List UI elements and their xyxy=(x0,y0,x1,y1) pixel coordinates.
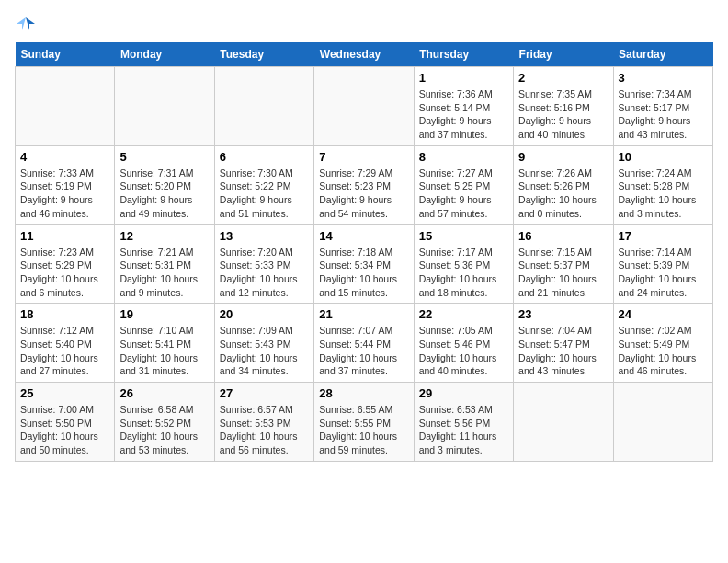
calendar-cell: 13Sunrise: 7:20 AMSunset: 5:33 PMDayligh… xyxy=(214,224,313,304)
day-info: Sunrise: 7:30 AMSunset: 5:22 PMDaylight:… xyxy=(220,167,309,221)
day-number: 6 xyxy=(220,150,309,164)
day-info: Sunrise: 7:31 AMSunset: 5:20 PMDaylight:… xyxy=(119,167,209,221)
calendar-cell: 3Sunrise: 7:34 AMSunset: 5:17 PMDaylight… xyxy=(613,67,712,146)
day-info: Sunrise: 7:14 AMSunset: 5:39 PMDaylight:… xyxy=(619,246,708,300)
day-info: Sunrise: 7:00 AMSunset: 5:50 PMDaylight:… xyxy=(20,403,109,457)
calendar-cell: 9Sunrise: 7:26 AMSunset: 5:26 PMDaylight… xyxy=(514,145,613,224)
svg-marker-0 xyxy=(26,17,35,30)
calendar-week-row: 11Sunrise: 7:23 AMSunset: 5:29 PMDayligh… xyxy=(16,224,713,304)
calendar-cell: 5Sunrise: 7:31 AMSunset: 5:20 PMDaylight… xyxy=(115,145,214,224)
day-info: Sunrise: 7:23 AMSunset: 5:29 PMDaylight:… xyxy=(20,246,109,300)
day-info: Sunrise: 6:58 AMSunset: 5:52 PMDaylight:… xyxy=(119,403,209,457)
calendar-week-row: 1Sunrise: 7:36 AMSunset: 5:14 PMDaylight… xyxy=(16,67,713,146)
day-info: Sunrise: 7:20 AMSunset: 5:33 PMDaylight:… xyxy=(220,246,309,300)
calendar-cell xyxy=(115,67,214,146)
calendar-cell: 28Sunrise: 6:55 AMSunset: 5:55 PMDayligh… xyxy=(314,383,414,462)
day-info: Sunrise: 7:33 AMSunset: 5:19 PMDaylight:… xyxy=(20,167,109,221)
calendar-cell: 15Sunrise: 7:17 AMSunset: 5:36 PMDayligh… xyxy=(414,224,513,304)
day-number: 13 xyxy=(220,229,309,243)
calendar-cell: 25Sunrise: 7:00 AMSunset: 5:50 PMDayligh… xyxy=(16,383,115,462)
calendar-cell: 23Sunrise: 7:04 AMSunset: 5:47 PMDayligh… xyxy=(514,304,613,383)
day-number: 22 xyxy=(419,307,508,321)
day-number: 12 xyxy=(119,229,209,243)
calendar-cell xyxy=(514,383,613,462)
day-number: 2 xyxy=(518,71,608,85)
day-number: 3 xyxy=(619,71,708,85)
day-number: 1 xyxy=(419,71,508,85)
day-info: Sunrise: 7:35 AMSunset: 5:16 PMDaylight:… xyxy=(518,87,608,142)
day-number: 16 xyxy=(518,229,608,243)
calendar-cell: 19Sunrise: 7:10 AMSunset: 5:41 PMDayligh… xyxy=(115,304,214,383)
day-number: 21 xyxy=(319,307,408,321)
calendar-week-row: 18Sunrise: 7:12 AMSunset: 5:40 PMDayligh… xyxy=(16,304,713,383)
day-number: 27 xyxy=(220,386,309,400)
day-info: Sunrise: 7:21 AMSunset: 5:31 PMDaylight:… xyxy=(119,246,209,300)
day-header-sunday: Sunday xyxy=(16,42,115,67)
calendar-cell xyxy=(314,67,414,146)
day-info: Sunrise: 7:18 AMSunset: 5:34 PMDaylight:… xyxy=(319,246,408,300)
calendar-cell: 27Sunrise: 6:57 AMSunset: 5:53 PMDayligh… xyxy=(214,383,313,462)
day-info: Sunrise: 6:57 AMSunset: 5:53 PMDaylight:… xyxy=(220,403,309,457)
logo xyxy=(15,15,35,33)
day-number: 14 xyxy=(319,229,408,243)
logo-bird-icon xyxy=(17,15,35,33)
day-info: Sunrise: 7:02 AMSunset: 5:49 PMDaylight:… xyxy=(619,324,708,378)
day-info: Sunrise: 7:12 AMSunset: 5:40 PMDaylight:… xyxy=(20,324,109,378)
day-info: Sunrise: 7:29 AMSunset: 5:23 PMDaylight:… xyxy=(319,167,408,221)
svg-marker-1 xyxy=(17,17,26,30)
day-header-saturday: Saturday xyxy=(613,42,712,67)
day-info: Sunrise: 6:55 AMSunset: 5:55 PMDaylight:… xyxy=(319,403,408,457)
day-number: 19 xyxy=(119,307,209,321)
day-number: 11 xyxy=(20,229,109,243)
calendar-cell xyxy=(214,67,313,146)
day-number: 15 xyxy=(419,229,508,243)
calendar-cell: 6Sunrise: 7:30 AMSunset: 5:22 PMDaylight… xyxy=(214,145,313,224)
day-info: Sunrise: 7:36 AMSunset: 5:14 PMDaylight:… xyxy=(419,87,508,142)
day-number: 23 xyxy=(518,307,608,321)
calendar-week-row: 4Sunrise: 7:33 AMSunset: 5:19 PMDaylight… xyxy=(16,145,713,224)
day-number: 10 xyxy=(619,150,708,164)
calendar-cell: 17Sunrise: 7:14 AMSunset: 5:39 PMDayligh… xyxy=(613,224,712,304)
calendar-cell xyxy=(16,67,115,146)
day-number: 24 xyxy=(619,307,708,321)
day-info: Sunrise: 7:05 AMSunset: 5:46 PMDaylight:… xyxy=(419,324,508,378)
day-number: 9 xyxy=(518,150,608,164)
day-info: Sunrise: 7:15 AMSunset: 5:37 PMDaylight:… xyxy=(518,246,608,300)
day-info: Sunrise: 7:24 AMSunset: 5:28 PMDaylight:… xyxy=(619,167,708,221)
day-info: Sunrise: 7:26 AMSunset: 5:26 PMDaylight:… xyxy=(518,167,608,221)
day-number: 26 xyxy=(119,386,209,400)
calendar-cell: 2Sunrise: 7:35 AMSunset: 5:16 PMDaylight… xyxy=(514,67,613,146)
calendar-cell: 10Sunrise: 7:24 AMSunset: 5:28 PMDayligh… xyxy=(613,145,712,224)
page-header xyxy=(15,15,713,33)
calendar-cell: 4Sunrise: 7:33 AMSunset: 5:19 PMDaylight… xyxy=(16,145,115,224)
day-info: Sunrise: 6:53 AMSunset: 5:56 PMDaylight:… xyxy=(419,403,508,457)
day-number: 28 xyxy=(319,386,408,400)
calendar-cell: 12Sunrise: 7:21 AMSunset: 5:31 PMDayligh… xyxy=(115,224,214,304)
day-number: 25 xyxy=(20,386,109,400)
day-info: Sunrise: 7:17 AMSunset: 5:36 PMDaylight:… xyxy=(419,246,508,300)
day-header-tuesday: Tuesday xyxy=(214,42,313,67)
day-number: 7 xyxy=(319,150,408,164)
calendar-cell xyxy=(613,383,712,462)
calendar-cell: 14Sunrise: 7:18 AMSunset: 5:34 PMDayligh… xyxy=(314,224,414,304)
calendar-cell: 24Sunrise: 7:02 AMSunset: 5:49 PMDayligh… xyxy=(613,304,712,383)
calendar-cell: 16Sunrise: 7:15 AMSunset: 5:37 PMDayligh… xyxy=(514,224,613,304)
day-number: 18 xyxy=(20,307,109,321)
day-info: Sunrise: 7:10 AMSunset: 5:41 PMDaylight:… xyxy=(119,324,209,378)
calendar-cell: 20Sunrise: 7:09 AMSunset: 5:43 PMDayligh… xyxy=(214,304,313,383)
calendar-cell: 26Sunrise: 6:58 AMSunset: 5:52 PMDayligh… xyxy=(115,383,214,462)
day-info: Sunrise: 7:07 AMSunset: 5:44 PMDaylight:… xyxy=(319,324,408,378)
day-number: 17 xyxy=(619,229,708,243)
day-header-thursday: Thursday xyxy=(414,42,513,67)
day-header-wednesday: Wednesday xyxy=(314,42,414,67)
calendar-cell: 21Sunrise: 7:07 AMSunset: 5:44 PMDayligh… xyxy=(314,304,414,383)
day-header-friday: Friday xyxy=(514,42,613,67)
calendar-header-row: SundayMondayTuesdayWednesdayThursdayFrid… xyxy=(16,42,713,67)
calendar-cell: 22Sunrise: 7:05 AMSunset: 5:46 PMDayligh… xyxy=(414,304,513,383)
day-header-monday: Monday xyxy=(115,42,214,67)
calendar-cell: 29Sunrise: 6:53 AMSunset: 5:56 PMDayligh… xyxy=(414,383,513,462)
calendar-week-row: 25Sunrise: 7:00 AMSunset: 5:50 PMDayligh… xyxy=(16,383,713,462)
day-info: Sunrise: 7:34 AMSunset: 5:17 PMDaylight:… xyxy=(619,87,708,142)
calendar-table: SundayMondayTuesdayWednesdayThursdayFrid… xyxy=(15,42,713,462)
day-number: 8 xyxy=(419,150,508,164)
